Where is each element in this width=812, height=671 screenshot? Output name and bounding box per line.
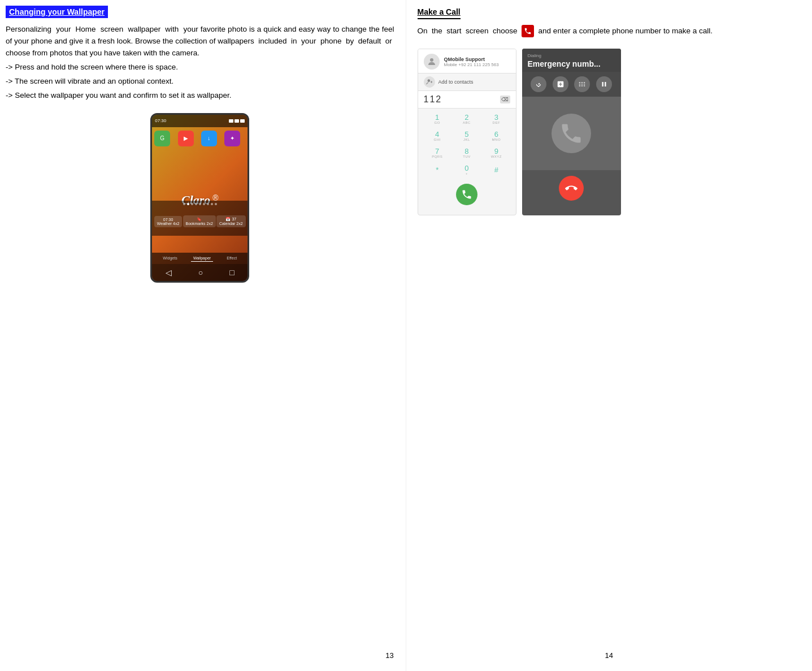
widget-3-icon: 📅 37 <box>219 217 243 222</box>
active-call-name: Emergency numb... <box>528 59 615 68</box>
active-call-avatar-area <box>522 97 621 170</box>
widget-1-label: 07:30 <box>157 218 180 222</box>
keypad-key-6[interactable]: 6 MNO <box>485 128 507 144</box>
widget-2: 🔖 Bookmarks 2x2 <box>183 215 216 227</box>
right-column: Make a Call On the start screen choose a… <box>406 0 813 671</box>
phone-status-icons <box>229 119 245 123</box>
call-screenshots: QMobile Support Mobile +92 21 111 225 56… <box>418 49 801 215</box>
call-controls-top <box>522 72 621 97</box>
signal-icon <box>229 119 233 123</box>
dialer-number-text: 112 <box>424 94 442 105</box>
keypad-key-7[interactable]: 7 PQRS <box>426 145 449 161</box>
end-call-row <box>522 170 621 206</box>
phone-screen: 07:30 G ▶ ↓ ✦ <box>152 115 247 281</box>
svg-point-1 <box>427 79 430 82</box>
end-call-button[interactable] <box>559 176 584 201</box>
left-para-3: -> The screen will vibrate and an option… <box>6 76 394 88</box>
keypad-key-1[interactable]: 1 GO <box>426 111 449 127</box>
backspace-button[interactable]: ⌫ <box>500 96 510 103</box>
dot-1 <box>183 203 185 205</box>
keypad-key-0[interactable]: 0 + <box>455 162 478 178</box>
phone-mockup: 07:30 G ▶ ↓ ✦ <box>150 113 249 283</box>
left-section-title: Changing your Wallpaper <box>6 6 108 18</box>
mute-icon <box>535 80 542 88</box>
dot-8 <box>211 203 213 205</box>
hold-button[interactable] <box>596 76 612 92</box>
dot-4 <box>195 203 197 205</box>
left-para-2: -> Press and hold the screen where there… <box>6 62 394 73</box>
keypad-key-hash[interactable]: # <box>485 162 507 178</box>
keypad-key-4[interactable]: 4 GHI <box>426 128 449 144</box>
phone-status-bar: 07:30 <box>152 115 247 127</box>
keypad-key-9[interactable]: 9 WXYZ <box>485 145 507 161</box>
phone-app-icon <box>522 25 534 37</box>
add-person-icon <box>425 78 433 86</box>
app-icon-4: ✦ <box>224 131 240 146</box>
widget-bar: 07:30 Weather 4x2 🔖 Bookmarks 2x2 📅 37 C… <box>152 207 247 236</box>
right-body-text: On the start screen choose and enter a c… <box>418 25 801 37</box>
phone-time: 07:30 <box>155 118 166 123</box>
left-column: Changing your Wallpaper Personalizing yo… <box>0 0 406 671</box>
keypad-key-8[interactable]: 8 TUV <box>455 145 478 161</box>
keypad-row-4: * 0 + # <box>423 162 511 178</box>
wallpaper-image-container: 07:30 G ▶ ↓ ✦ <box>6 113 394 283</box>
as-text: as <box>187 91 195 99</box>
recents-icon[interactable]: □ <box>229 268 234 277</box>
battery-icon <box>240 119 245 123</box>
left-para-1: Personalizing your Home screen wallpaper… <box>6 24 394 59</box>
widget-3: 📅 37 Calendar 2x2 <box>216 215 246 227</box>
tab-bar: Widgets Wallpaper Effect <box>152 253 247 264</box>
dialer-keypad: 1 GO 2 ABC 3 DEF <box>418 109 516 181</box>
left-body-text: Personalizing your Home screen wallpaper… <box>6 24 394 102</box>
right-section-title: Make a Call <box>418 6 461 19</box>
phone-handset-icon <box>524 27 532 35</box>
widget-1-sub: Weather 4x2 <box>157 222 180 226</box>
add-contact-label: Add to contacts <box>438 79 474 85</box>
dialer-call-btn-row <box>418 181 516 210</box>
contact-avatar-icon <box>427 57 437 67</box>
hold-icon <box>600 80 608 88</box>
dialer-add-contact-row[interactable]: Add to contacts <box>418 73 516 91</box>
dialer-contact-number: Mobile +92 21 111 225 563 <box>444 62 510 67</box>
tab-effect[interactable]: Effect <box>224 255 239 262</box>
active-call-avatar <box>552 114 591 153</box>
home-icon[interactable]: ○ <box>198 268 203 277</box>
dialer-number-display: 112 ⌫ <box>418 91 516 109</box>
dot-7 <box>207 203 209 205</box>
app-grid: G ▶ ↓ ✦ <box>152 127 247 150</box>
contact-avatar <box>424 54 440 70</box>
add-call-icon <box>557 80 565 88</box>
right-intro-para: On the start screen choose and enter a c… <box>418 25 801 37</box>
keypad-button[interactable] <box>574 76 590 92</box>
keypad-key-star[interactable]: * <box>426 162 449 178</box>
back-icon[interactable]: ◁ <box>166 268 172 277</box>
dialer-contact-info: QMobile Support Mobile +92 21 111 225 56… <box>444 57 510 67</box>
dot-6 <box>203 203 205 205</box>
active-call-screen: Dialing Emergency numb... <box>522 49 621 215</box>
add-call-button[interactable] <box>553 76 568 92</box>
phone-avatar-icon <box>559 121 584 146</box>
keypad-key-5[interactable]: 5 JKL <box>455 128 478 144</box>
keypad-key-3[interactable]: 3 DEF <box>485 111 507 127</box>
phone-content: G ▶ ↓ ✦ Claro ® <box>152 127 247 253</box>
app-icon-2: ▶ <box>178 131 194 146</box>
dialer-call-button[interactable] <box>456 184 477 205</box>
page-number-left: 13 <box>385 651 393 660</box>
widget-2-label: Bookmarks 2x2 <box>186 222 213 226</box>
widget-2-icon: 🔖 <box>186 217 213 222</box>
widget-3-label: Calendar 2x2 <box>219 222 243 226</box>
keypad-key-2[interactable]: 2 ABC <box>455 111 478 127</box>
keypad-row-3: 7 PQRS 8 TUV 9 WXYZ <box>423 145 511 161</box>
call-icon <box>461 189 472 200</box>
widget-1: 07:30 Weather 4x2 <box>154 216 183 227</box>
dialer-contact-name: QMobile Support <box>444 57 510 62</box>
active-call-status: Dialing <box>528 53 615 58</box>
app-icon-3: ↓ <box>201 131 217 146</box>
mute-button[interactable] <box>531 76 546 92</box>
keypad-icon <box>578 80 586 88</box>
tab-wallpaper[interactable]: Wallpaper <box>191 255 213 262</box>
tab-widgets[interactable]: Widgets <box>160 255 179 262</box>
dialer-contact-row: QMobile Support Mobile +92 21 111 225 56… <box>424 54 510 70</box>
app-icon-1: G <box>154 131 170 146</box>
dot-9 <box>215 203 217 205</box>
